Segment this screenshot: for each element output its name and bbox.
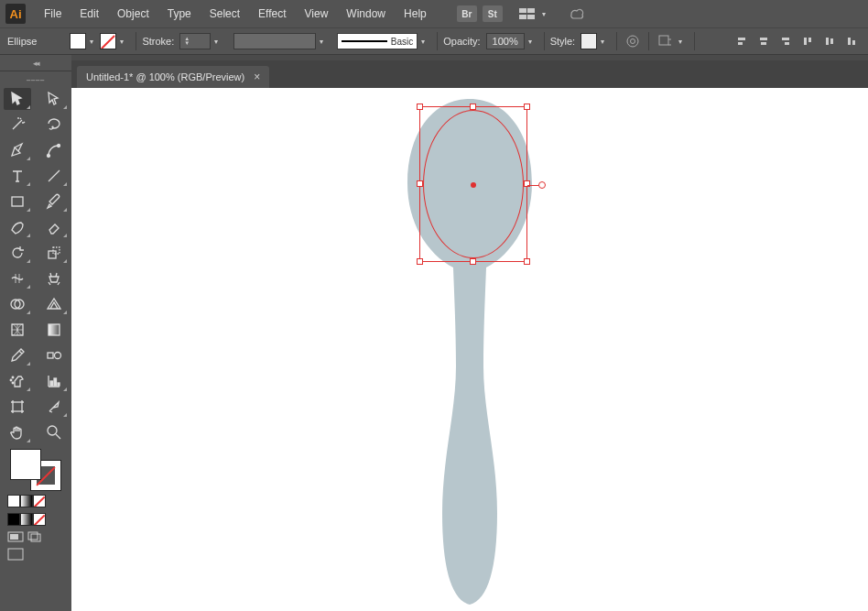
panel-collapse-strip[interactable]: ◂◂ <box>0 55 71 71</box>
pen-tool[interactable] <box>4 139 31 161</box>
perspective-grid-tool[interactable] <box>40 293 68 315</box>
selection-handle-w[interactable] <box>417 180 423 187</box>
variable-width-dropdown[interactable]: ▾ <box>317 38 326 46</box>
magic-wand-tool[interactable] <box>4 114 31 136</box>
canvas[interactable] <box>71 88 868 611</box>
transform-dropdown[interactable]: ▾ <box>676 38 685 46</box>
selection-handle-s[interactable] <box>470 258 476 265</box>
recolor-artwork-icon[interactable] <box>624 33 641 49</box>
brush-dropdown[interactable]: ▾ <box>418 38 428 46</box>
align-top-button[interactable] <box>798 32 817 50</box>
svg-rect-19 <box>58 383 60 386</box>
lasso-tool[interactable] <box>40 114 68 136</box>
opacity-value: 100% <box>493 36 518 47</box>
fill-swatch[interactable] <box>70 33 86 49</box>
edit-toolbar-button[interactable] <box>7 548 24 561</box>
shape-builder-tool[interactable] <box>4 293 31 315</box>
selection-tool[interactable] <box>4 88 31 110</box>
blend-tool[interactable] <box>40 344 68 366</box>
bridge-button[interactable]: Br <box>457 5 477 22</box>
variable-width-profile[interactable] <box>233 33 316 49</box>
eyedropper-tool[interactable] <box>4 344 31 366</box>
selection-center-point[interactable] <box>471 182 476 188</box>
menu-type[interactable]: Type <box>158 0 201 27</box>
eraser-tool[interactable] <box>40 216 68 238</box>
align-vcenter-button[interactable] <box>820 32 839 50</box>
draw-behind-button[interactable] <box>20 513 33 526</box>
hand-tool[interactable] <box>4 421 31 443</box>
style-dropdown[interactable]: ▾ <box>598 38 607 46</box>
align-hcenter-button[interactable] <box>754 32 773 50</box>
chevron-down-icon[interactable]: ▾ <box>542 10 549 17</box>
control-bar: Ellipse ▾ ▾ Stroke: ▲▼ ▾ ▾ Basic ▾ Opaci… <box>0 27 868 55</box>
column-graph-tool[interactable] <box>40 370 68 392</box>
width-tool[interactable] <box>4 267 31 289</box>
direct-selection-tool[interactable] <box>40 88 68 110</box>
shaper-tool[interactable] <box>4 216 31 238</box>
fill-indicator[interactable] <box>10 449 41 480</box>
document-tab[interactable]: Untitled-1* @ 100% (RGB/Preview) × <box>77 66 269 88</box>
gradient-mode-button[interactable] <box>20 495 33 507</box>
free-transform-tool[interactable] <box>40 267 68 289</box>
scale-tool[interactable] <box>40 242 68 264</box>
fill-dropdown[interactable]: ▾ <box>87 38 96 46</box>
selection-handle-se[interactable] <box>524 258 530 265</box>
tab-close-button[interactable]: × <box>254 71 260 83</box>
workspace-layout-button[interactable] <box>519 7 537 20</box>
none-mode-button[interactable] <box>33 495 46 507</box>
toolbox-grip[interactable]: ━━━━ <box>4 77 68 84</box>
align-left-button[interactable] <box>732 32 751 50</box>
menu-effect[interactable]: Effect <box>249 0 295 27</box>
transform-icon[interactable] <box>656 33 673 49</box>
stroke-weight-dropdown[interactable]: ▾ <box>212 38 221 46</box>
menu-edit[interactable]: Edit <box>71 0 108 27</box>
svg-rect-2 <box>659 36 668 45</box>
rectangle-tool[interactable] <box>4 191 31 213</box>
artboard-tool[interactable] <box>4 396 31 418</box>
svg-rect-17 <box>50 381 53 386</box>
document-tab-bar: Untitled-1* @ 100% (RGB/Preview) × <box>71 60 868 88</box>
opacity-dropdown[interactable]: ▾ <box>526 38 535 46</box>
pie-widget-handle[interactable] <box>538 181 546 189</box>
paintbrush-tool[interactable] <box>40 191 68 213</box>
menu-window[interactable]: Window <box>337 0 395 27</box>
menu-view[interactable]: View <box>296 0 338 27</box>
slice-tool[interactable] <box>40 396 68 418</box>
opacity-field[interactable]: 100% <box>486 33 525 49</box>
curvature-tool[interactable] <box>40 139 68 161</box>
align-bottom-button[interactable] <box>842 32 861 50</box>
align-right-button[interactable] <box>776 32 795 50</box>
menu-select[interactable]: Select <box>201 0 249 27</box>
symbol-sprayer-tool[interactable] <box>4 370 31 392</box>
sync-icon[interactable] <box>568 7 586 20</box>
selection-handle-ne[interactable] <box>524 104 530 110</box>
screen-mode-cycle[interactable] <box>27 531 44 544</box>
screen-mode-normal[interactable] <box>7 531 24 544</box>
stroke-weight-field[interactable]: ▲▼ <box>179 33 211 49</box>
align-group <box>732 32 861 50</box>
selection-handle-nw[interactable] <box>417 104 423 110</box>
menu-object[interactable]: Object <box>108 0 158 27</box>
rotate-tool[interactable] <box>4 242 31 264</box>
brush-field[interactable]: Basic <box>337 33 418 49</box>
stock-button[interactable]: St <box>483 5 503 22</box>
brush-label: Basic <box>391 37 413 47</box>
mesh-tool[interactable] <box>4 319 31 341</box>
style-swatch[interactable] <box>580 33 597 49</box>
line-tool[interactable] <box>40 165 68 187</box>
fill-stroke-indicator[interactable] <box>10 449 61 491</box>
type-tool[interactable] <box>4 165 31 187</box>
menu-help[interactable]: Help <box>395 0 436 27</box>
app-logo: Ai <box>5 4 26 24</box>
stroke-dropdown[interactable]: ▾ <box>117 38 126 46</box>
draw-normal-button[interactable] <box>7 513 20 526</box>
selection-handle-n[interactable] <box>470 104 476 110</box>
gradient-tool[interactable] <box>40 319 68 341</box>
selection-handle-sw[interactable] <box>417 258 423 265</box>
menu-file[interactable]: File <box>35 0 71 27</box>
svg-rect-5 <box>12 197 23 206</box>
zoom-tool[interactable] <box>40 421 68 443</box>
color-mode-button[interactable] <box>7 495 20 507</box>
draw-inside-button[interactable] <box>33 513 46 526</box>
stroke-swatch[interactable] <box>100 33 116 49</box>
